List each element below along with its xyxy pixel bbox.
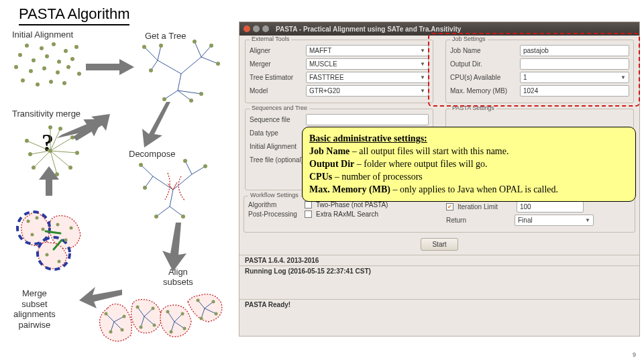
close-icon[interactable]	[244, 25, 250, 32]
dropdown-return[interactable]: Final▼	[515, 215, 594, 226]
svg-point-44	[48, 125, 52, 129]
input-sequence-file[interactable]	[306, 114, 429, 125]
minimize-icon[interactable]	[253, 25, 260, 32]
svg-point-52	[139, 163, 143, 167]
svg-point-69	[46, 253, 49, 257]
svg-point-63	[36, 217, 39, 220]
svg-point-48	[68, 166, 72, 170]
label-raxml: Extra RAxML Search	[316, 210, 378, 218]
svg-point-17	[74, 45, 78, 49]
svg-point-45	[58, 127, 62, 131]
callout-title: Basic administrative settings:	[309, 133, 427, 143]
svg-point-10	[42, 66, 46, 70]
svg-point-64	[31, 233, 34, 237]
svg-point-87	[212, 300, 215, 304]
slide-title: PASTA Algorithm	[19, 5, 129, 25]
svg-point-86	[197, 299, 200, 302]
runlog-header: Running Log (2016-05-15 22:37:41 CST)	[239, 265, 639, 276]
checkbox-iteration-limit[interactable]: ✔	[446, 203, 453, 210]
svg-point-53	[143, 186, 147, 190]
svg-point-14	[36, 82, 40, 86]
svg-marker-20	[86, 59, 134, 75]
dropdown-merger[interactable]: MUSCLE▼	[306, 58, 429, 70]
chevron-down-icon: ▼	[420, 74, 425, 80]
maximize-icon[interactable]	[262, 25, 269, 32]
svg-point-83	[181, 312, 184, 316]
svg-point-42	[28, 152, 32, 156]
label-sequence-file: Sequence file	[250, 116, 302, 123]
svg-point-16	[62, 81, 66, 85]
svg-point-28	[189, 99, 193, 103]
label-merger: Merger	[250, 60, 302, 68]
svg-point-70	[58, 260, 61, 263]
dropdown-aligner[interactable]: MAFFT▼	[306, 45, 429, 56]
svg-point-21	[142, 45, 146, 49]
label-two-phase: Two-Phase (not PASTA)	[316, 201, 388, 208]
chevron-down-icon: ▼	[420, 61, 425, 67]
svg-line-38	[50, 151, 77, 153]
tree-graphic	[142, 40, 220, 103]
frame-title-workflow: Workflow Settings	[248, 192, 301, 198]
svg-point-11	[56, 70, 60, 74]
svg-point-76	[123, 315, 126, 318]
arrow-down-2	[162, 223, 186, 272]
svg-point-85	[183, 327, 186, 330]
svg-point-54	[183, 159, 187, 163]
svg-point-67	[70, 227, 73, 230]
svg-marker-30	[142, 102, 170, 147]
start-button[interactable]: Start	[421, 238, 458, 251]
arrow-down-1	[142, 102, 170, 147]
svg-point-82	[166, 310, 170, 314]
svg-point-27	[162, 97, 166, 101]
input-iteration-limit[interactable]: 100	[517, 201, 584, 213]
checkbox-two-phase[interactable]	[305, 201, 312, 208]
callout-settings: Basic administrative settings: Job Name …	[302, 127, 636, 202]
svg-point-6	[57, 60, 61, 64]
arrow-right-1	[86, 59, 134, 75]
page-number: 9	[633, 351, 636, 358]
svg-point-78	[136, 306, 140, 309]
svg-point-18	[77, 72, 81, 76]
svg-point-74	[105, 312, 108, 316]
svg-point-57	[181, 215, 185, 219]
decompose-tree	[139, 159, 207, 219]
merge-blobs	[17, 212, 80, 269]
align-subsets-blobs	[100, 294, 222, 341]
svg-point-3	[40, 46, 44, 50]
svg-point-88	[200, 317, 203, 320]
svg-point-23	[159, 44, 163, 48]
label-aligner: Aligner	[250, 47, 302, 54]
svg-point-68	[64, 239, 68, 242]
dropdown-tree-estimator[interactable]: FASTTREE▼	[306, 72, 429, 83]
svg-point-75	[109, 330, 113, 334]
svg-point-77	[121, 328, 124, 332]
label-tree-estimator: Tree Estimator	[250, 74, 302, 81]
svg-point-2	[32, 58, 36, 62]
svg-point-81	[153, 324, 156, 327]
svg-point-26	[216, 62, 220, 66]
svg-point-55	[203, 164, 207, 168]
svg-point-79	[152, 307, 155, 310]
svg-point-24	[193, 40, 197, 44]
svg-point-80	[140, 326, 143, 329]
label-model: Model	[250, 87, 302, 95]
svg-point-56	[154, 215, 158, 219]
svg-point-84	[170, 330, 173, 334]
svg-point-1	[25, 44, 29, 48]
checkbox-raxml[interactable]	[305, 210, 312, 218]
svg-point-5	[52, 42, 56, 46]
label-data-type: Data type	[250, 129, 302, 137]
svg-point-89	[215, 312, 218, 316]
svg-point-7	[64, 49, 68, 53]
frame-external-tools: External Tools AlignerMAFFT▼ MergerMUSCL…	[245, 40, 433, 103]
svg-point-41	[25, 139, 29, 143]
frame-title-external: External Tools	[250, 36, 291, 42]
algorithm-diagram	[7, 27, 235, 355]
svg-point-15	[49, 80, 53, 84]
svg-line-39	[50, 151, 70, 168]
version-text: PASTA 1.6.4. 2013-2016	[239, 255, 639, 265]
initial-scatter	[14, 42, 81, 86]
chevron-down-icon: ▼	[585, 217, 590, 223]
dropdown-model[interactable]: GTR+G20▼	[306, 85, 429, 97]
svg-point-13	[21, 78, 25, 82]
